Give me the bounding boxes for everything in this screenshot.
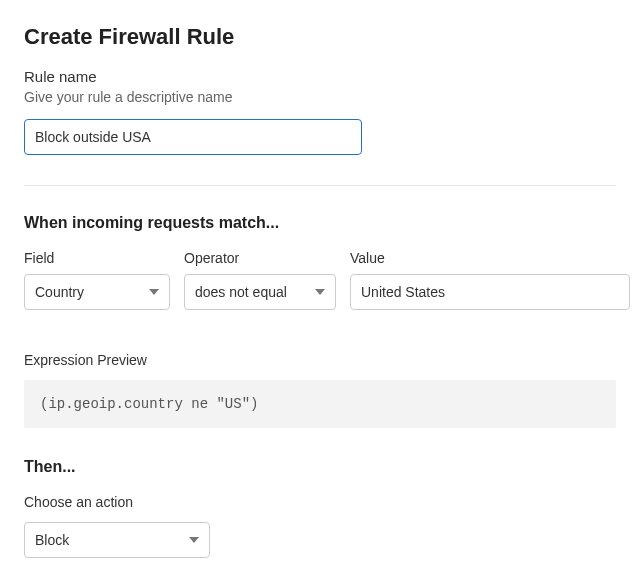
caret-down-icon	[315, 289, 325, 295]
match-section-title: When incoming requests match...	[24, 214, 616, 232]
action-select-value: Block	[35, 532, 69, 548]
operator-select-value: does not equal	[195, 284, 287, 300]
rule-name-label: Rule name	[24, 68, 616, 85]
field-select-value: Country	[35, 284, 84, 300]
value-label: Value	[350, 250, 630, 266]
expression-preview-box: (ip.geoip.country ne "US")	[24, 380, 616, 428]
field-select[interactable]: Country	[24, 274, 170, 310]
operator-select[interactable]: does not equal	[184, 274, 336, 310]
action-section-title: Then...	[24, 458, 616, 476]
action-helper: Choose an action	[24, 494, 616, 510]
page-title: Create Firewall Rule	[24, 24, 616, 50]
rule-name-input[interactable]	[24, 119, 362, 155]
operator-label: Operator	[184, 250, 336, 266]
field-label: Field	[24, 250, 170, 266]
action-select[interactable]: Block	[24, 522, 210, 558]
caret-down-icon	[149, 289, 159, 295]
rule-name-helper: Give your rule a descriptive name	[24, 89, 616, 105]
divider	[24, 185, 616, 186]
value-select-value: United States	[361, 284, 445, 300]
caret-down-icon	[189, 537, 199, 543]
expression-preview-label: Expression Preview	[24, 352, 616, 368]
value-select[interactable]: United States	[350, 274, 630, 310]
